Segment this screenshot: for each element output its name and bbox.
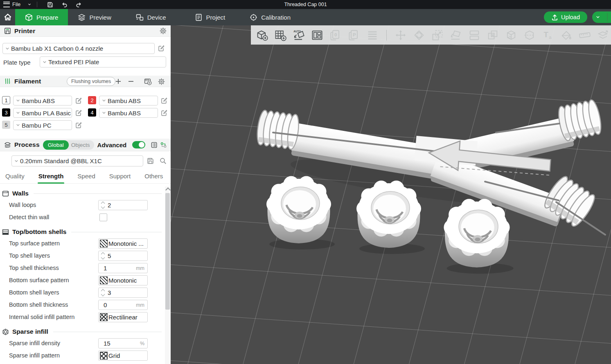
add-model-icon[interactable] xyxy=(256,29,268,41)
spinner-buttons[interactable] xyxy=(101,252,106,260)
spinner-buttons[interactable] xyxy=(101,289,106,297)
menu-icon[interactable] xyxy=(3,2,10,7)
filament-2-edit-icon[interactable] xyxy=(161,97,167,104)
chevron-down-icon[interactable] xyxy=(28,3,31,6)
filament-1-edit-icon[interactable] xyxy=(75,97,82,104)
viewport-3d[interactable]: AUTO 0 P Ta xyxy=(171,25,611,364)
scale-icon[interactable] xyxy=(431,29,444,41)
wall-loops-input[interactable]: 2 xyxy=(98,200,148,210)
print-split-button[interactable] xyxy=(592,11,611,23)
upload-label: Upload xyxy=(561,14,580,20)
setting-value: 1 xyxy=(104,265,107,272)
split-objects-icon[interactable] xyxy=(487,29,499,41)
split-stack-icon[interactable] xyxy=(468,29,480,41)
filament-3-edit-icon[interactable] xyxy=(75,110,82,116)
layers-stack-icon[interactable] xyxy=(366,29,379,41)
printer-edit-icon[interactable] xyxy=(158,45,165,52)
parameter-list-icon[interactable] xyxy=(151,142,157,148)
lay-on-face-icon[interactable] xyxy=(450,29,462,41)
compare-presets-icon[interactable] xyxy=(160,142,167,148)
move-icon[interactable] xyxy=(395,29,407,41)
paint-icon[interactable] xyxy=(560,29,573,41)
detect-thin-wall-checkbox[interactable] xyxy=(99,213,107,221)
ams-sync-icon[interactable] xyxy=(144,78,152,85)
filament-2-select[interactable]: Bambu ABS xyxy=(99,96,158,106)
top-shell-layers-input[interactable]: 5 xyxy=(98,251,148,261)
tab-support[interactable]: Support xyxy=(109,171,131,183)
bottom-surface-pattern-select[interactable]: Monotonic xyxy=(98,275,148,285)
sparse-infill-pattern-select[interactable]: Grid xyxy=(98,351,148,361)
file-menu[interactable]: File xyxy=(12,2,20,7)
search-settings-icon[interactable] xyxy=(160,157,167,164)
filament-slot-badge[interactable]: 5 xyxy=(2,121,10,129)
filament-slot-badge[interactable]: 3 xyxy=(2,108,10,117)
rotate-icon[interactable] xyxy=(413,29,425,41)
arrange-icon[interactable] xyxy=(311,29,323,41)
scroll-up-icon[interactable] xyxy=(165,187,171,193)
text-icon[interactable]: Ta xyxy=(542,29,554,41)
bottom-shell-layers-input[interactable]: 3 xyxy=(98,288,148,298)
process-preset-select[interactable]: 0.20mm Standard @BBL X1C xyxy=(11,155,143,166)
tab-speed[interactable]: Speed xyxy=(77,171,95,183)
measure-icon[interactable] xyxy=(579,29,591,41)
filament-1-select[interactable]: Bambu ABS xyxy=(13,96,72,106)
pattern-monotonic-icon xyxy=(100,276,108,284)
spinner-buttons[interactable] xyxy=(101,202,106,209)
setting-value: 0 xyxy=(104,301,107,308)
remove-filament-icon[interactable] xyxy=(128,78,134,85)
upload-button[interactable]: Upload xyxy=(544,11,587,23)
tab-device[interactable]: Device xyxy=(126,9,176,25)
add-filament-icon[interactable] xyxy=(115,78,122,85)
top-surface-pattern-select[interactable]: Monotonic ... xyxy=(98,238,148,249)
section-title: Walls xyxy=(12,190,29,197)
filament-slot-badge[interactable]: 4 xyxy=(88,108,96,117)
filament-5-edit-icon[interactable] xyxy=(75,122,82,128)
printer-preset-select[interactable]: Bambu Lab X1 Carbon 0.4 nozzle xyxy=(2,43,155,54)
top-shell-thickness-input[interactable]: 1 mm xyxy=(98,263,148,273)
document-p-icon[interactable]: P xyxy=(348,29,360,41)
advanced-toggle[interactable] xyxy=(132,141,145,148)
printer-preset-value: Bambu Lab X1 Carbon 0.4 nozzle xyxy=(11,45,103,52)
filament-settings-gear-icon[interactable] xyxy=(158,78,165,85)
scope-objects[interactable]: Objects xyxy=(69,142,94,148)
printer-settings-gear-icon[interactable] xyxy=(160,27,167,34)
tab-quality[interactable]: Quality xyxy=(5,171,25,183)
flushing-volumes-button[interactable]: Flushing volumes xyxy=(67,77,115,86)
auto-orient-icon[interactable]: AUTO xyxy=(293,29,305,41)
tab-calibration[interactable]: Calibration xyxy=(240,9,300,25)
setting-value: Monotonic xyxy=(108,277,137,284)
process-scope-switch[interactable]: Global Objects xyxy=(43,140,94,150)
tab-strength[interactable]: Strength xyxy=(38,171,64,183)
document-o-icon[interactable]: 0 xyxy=(329,29,342,41)
viewport-toolbar: AUTO 0 P Ta xyxy=(251,25,611,45)
home-button[interactable] xyxy=(0,9,15,25)
add-plate-icon[interactable] xyxy=(274,29,286,41)
plate-type-select[interactable]: Textured PEI Plate xyxy=(40,56,166,67)
scrollbar-thumb[interactable] xyxy=(165,193,170,310)
redo-icon[interactable] xyxy=(76,2,82,8)
scope-global[interactable]: Global xyxy=(43,140,69,150)
undo-icon[interactable] xyxy=(61,2,68,8)
filament-slot-badge[interactable]: 2 xyxy=(88,96,96,104)
sparse-infill-density-input[interactable]: 15 % xyxy=(98,338,148,348)
tab-project[interactable]: Project xyxy=(185,9,235,25)
split-parts-icon[interactable] xyxy=(505,29,517,41)
bottom-shell-thickness-input[interactable]: 0 mm xyxy=(98,300,148,310)
filament-5-select[interactable]: Bambu PC xyxy=(13,120,72,130)
model-threaded-cap[interactable] xyxy=(171,25,611,364)
sparse-infill-section: Sparse infill xyxy=(2,326,164,337)
scrollbar[interactable] xyxy=(165,186,170,364)
setting-value: Monotonic ... xyxy=(108,240,144,247)
tab-others[interactable]: Others xyxy=(144,171,163,183)
filament-4-select[interactable]: Bambu ABS xyxy=(99,108,158,118)
assembly-icon[interactable] xyxy=(597,29,609,41)
filament-3-select[interactable]: Bambu PLA Basic xyxy=(13,108,72,118)
filament-4-edit-icon[interactable] xyxy=(161,110,167,116)
internal-solid-infill-pattern-select[interactable]: Rectilinear xyxy=(98,312,148,322)
tab-preview[interactable]: Preview xyxy=(68,9,121,25)
save-icon[interactable] xyxy=(47,2,53,8)
filament-slot-badge[interactable]: 1 xyxy=(2,96,10,104)
cut-icon[interactable] xyxy=(523,29,536,41)
tab-prepare[interactable]: Prepare xyxy=(15,9,68,25)
save-preset-icon[interactable] xyxy=(147,157,154,164)
